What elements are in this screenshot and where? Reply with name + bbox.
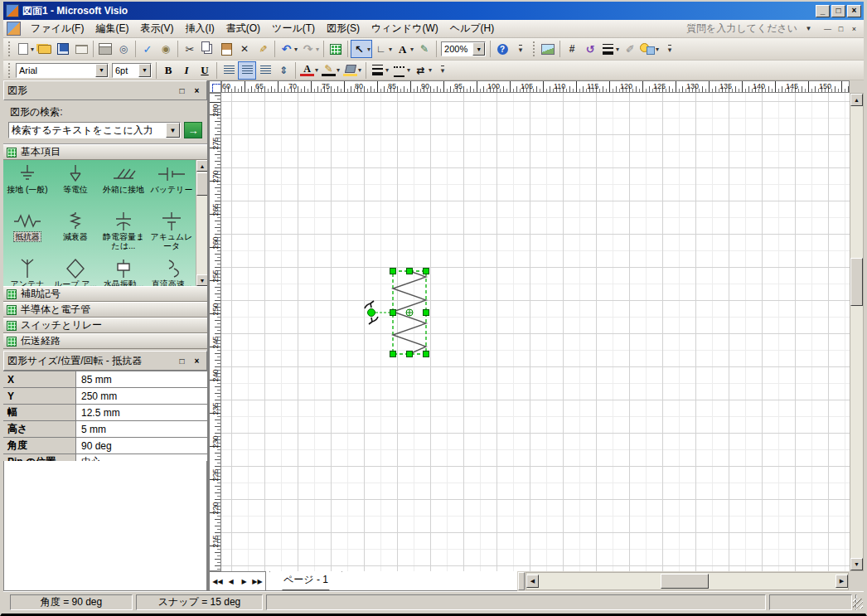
toolbar-grip[interactable] [7,41,12,56]
drawing-canvas[interactable] [221,93,850,571]
chevron-down-icon[interactable]: ▾ [385,66,389,74]
cut-button[interactable] [181,40,199,58]
print-button[interactable] [96,40,114,58]
canvas-vertical-scrollbar[interactable]: ▲ ▼ [850,93,864,571]
chevron-down-icon[interactable]: ▾ [294,46,298,53]
redo-button[interactable]: ▾ [299,40,321,58]
property-value[interactable]: 12.5 mm [76,405,207,420]
menu-item[interactable]: ツール(T) [266,19,321,38]
stencil-header-basic-items[interactable]: 基本項目 [3,144,207,160]
format-painter-button[interactable] [254,40,272,58]
chevron-down-icon[interactable]: ▼ [95,64,108,77]
print-preview-button[interactable] [114,40,133,58]
chevron-down-icon[interactable]: ▼ [138,64,151,77]
connector-tool-button[interactable]: ▾ [372,40,394,58]
toolbar-options-button-3[interactable] [434,61,452,80]
resize-grip[interactable] [853,599,863,609]
font-name-combo[interactable]: Arial ▼ [14,61,110,80]
line-weight-button-2[interactable]: ▾ [369,61,390,80]
underline-button[interactable]: U [196,61,214,80]
chevron-down-icon[interactable]: ▾ [31,46,34,53]
chevron-down-icon[interactable]: ▼ [802,22,815,35]
fill-color-button[interactable]: ▾ [341,61,363,80]
new-document-button[interactable]: ▾ [14,40,36,58]
stencil-shape[interactable]: 接地 (一般) [3,163,51,211]
bold-button[interactable]: B [159,61,177,80]
rotation-handle[interactable] [368,309,375,317]
spelling-button[interactable] [138,40,157,58]
chevron-down-icon[interactable]: ▾ [367,46,371,53]
chevron-down-icon[interactable]: ▾ [407,66,410,74]
save-button[interactable] [54,40,72,58]
font-size-combo[interactable]: 6pt ▼ [110,61,153,80]
text-tool-button[interactable]: ▾ [394,40,415,58]
shape-search-input[interactable]: 検索するテキストをここに入力 ▼ [8,122,181,138]
align-left-button[interactable] [220,61,238,80]
scroll-up-icon[interactable]: ▲ [196,160,207,172]
toolbar-grip[interactable] [7,63,12,78]
canvas-horizontal-scrollbar[interactable]: ◀ ▶ [526,572,849,590]
maximize-button[interactable]: □ [831,5,845,17]
chevron-down-icon[interactable]: ▾ [616,46,619,53]
vertical-scrollbar-thumb[interactable] [850,258,863,306]
shapes-window-button[interactable] [327,40,345,58]
prev-page-icon[interactable]: ◀ [225,575,237,588]
search-go-button[interactable]: → [184,122,202,138]
scroll-up-icon[interactable]: ▲ [850,94,863,106]
line-ends-button[interactable]: ▾ [412,61,434,80]
close-button[interactable]: × [847,5,861,17]
resistor-shape-selected[interactable] [362,265,437,361]
menu-item[interactable]: 書式(O) [220,19,266,38]
ask-a-question-box[interactable]: 質問を入力してください ▼ [681,22,815,36]
stencil-shape[interactable]: 抵抗器 [3,211,51,258]
open-button[interactable] [36,40,54,58]
drawing-tool-button[interactable] [415,40,434,58]
doc-restore-button[interactable]: □ [835,23,847,35]
chevron-down-icon[interactable]: ▾ [389,46,392,53]
chevron-down-icon[interactable]: ▾ [429,66,432,74]
property-value[interactable]: 85 mm [76,371,207,387]
stencil-shape[interactable]: 等電位 [51,163,99,211]
italic-button[interactable]: I [177,61,196,80]
menu-item[interactable]: ファイル(F) [25,19,90,38]
menu-item[interactable]: 図形(S) [321,19,366,38]
scroll-right-icon[interactable]: ▶ [836,575,848,588]
stencil-shape[interactable]: 外箱に接地 [99,163,148,211]
font-color-button[interactable]: A ▾ [298,61,320,80]
line-color-button[interactable]: ▾ [320,61,341,80]
stencil-scrollbar-thumb[interactable] [196,172,207,196]
toolbar-options-button[interactable] [511,40,530,58]
scroll-down-icon[interactable]: ▼ [196,274,207,286]
ink-button[interactable] [621,40,639,58]
menu-item[interactable]: 挿入(I) [179,19,220,38]
pointer-tool-button[interactable]: ▾ [351,40,372,58]
float-window-icon[interactable]: □ [176,356,188,366]
stencil-shape[interactable]: 静電容量または... [99,211,148,258]
chevron-down-icon[interactable]: ▾ [410,46,414,53]
next-page-icon[interactable]: ▶ [238,575,250,588]
horizontal-scrollbar-thumb[interactable] [661,574,709,589]
menu-item[interactable]: 表示(V) [134,19,179,38]
chevron-down-icon[interactable]: ▼ [472,42,485,56]
zoom-combo[interactable]: 200% ▼ [439,40,487,58]
insert-picture-button[interactable] [539,40,557,58]
doc-minimize-button[interactable]: — [821,23,834,35]
line-pattern-button[interactable]: ▾ [390,61,412,80]
research-button[interactable] [157,40,175,58]
chevron-down-icon[interactable]: ▾ [656,46,659,53]
float-window-icon[interactable]: □ [176,85,188,96]
pane-splitter[interactable] [518,572,525,590]
stencil-shape[interactable]: ループ ア... [51,258,99,286]
vertical-align-button[interactable] [274,61,293,80]
page-tab[interactable]: ページ - 1 [269,571,342,590]
stencil-scrollbar[interactable]: ▲ ▼ [196,160,207,286]
chevron-down-icon[interactable]: ▾ [358,66,361,74]
chevron-down-icon[interactable]: ▾ [315,66,318,74]
menu-item[interactable]: 編集(E) [90,19,134,38]
shape-style-button[interactable]: ▾ [639,40,661,58]
rotate-button[interactable] [581,40,599,58]
copy-button[interactable] [199,40,217,58]
chevron-down-icon[interactable]: ▼ [166,123,180,138]
line-weight-button[interactable]: ▾ [599,40,621,58]
scroll-down-icon[interactable]: ▼ [850,558,863,570]
